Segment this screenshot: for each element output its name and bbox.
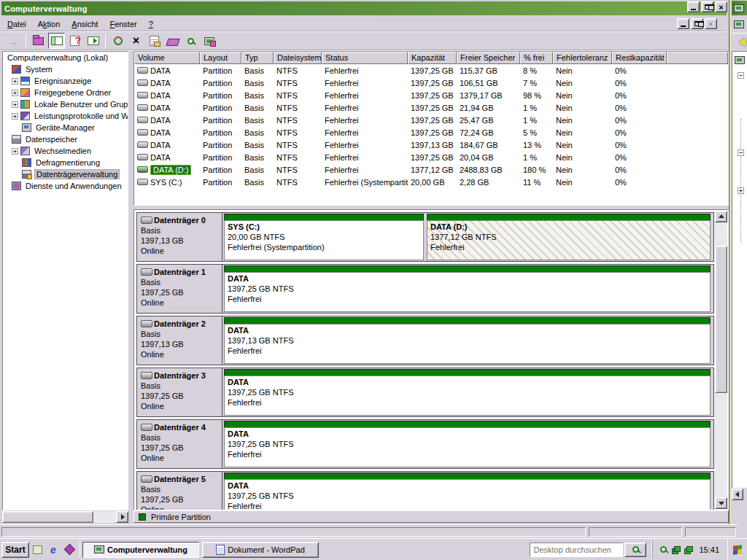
internet-explorer-icon[interactable]: e	[47, 544, 60, 556]
background-console-window[interactable]: − − +	[730, 0, 747, 524]
volume-row[interactable]: DATAPartitionBasisNTFSFehlerfrei1397,25 …	[134, 151, 728, 163]
network-icon[interactable]	[682, 544, 694, 555]
disk-management-tool-icon[interactable]	[201, 33, 217, 49]
tree-item-dienste[interactable]: Dienste und Anwendungen	[3, 180, 128, 192]
action-pane-icon[interactable]	[85, 33, 101, 49]
expand-plus-icon[interactable]: +	[12, 78, 18, 85]
partition-data[interactable]: DATA1397,13 GB NTFSFehlerfrei	[224, 317, 711, 364]
network-disconnected-icon[interactable]: ×	[670, 544, 682, 555]
tree-item-leistungsprotokolle[interactable]: +Leistungsprotokolle und War	[3, 110, 128, 122]
menu-hilfe[interactable]: ?	[143, 18, 159, 31]
menu-datei[interactable]: Datei	[1, 18, 32, 31]
scroll-right-icon[interactable]	[116, 511, 128, 523]
open-icon[interactable]	[164, 33, 181, 49]
tree-item-system[interactable]: System	[3, 63, 128, 75]
search-button[interactable]	[624, 542, 646, 557]
expand-plus-icon[interactable]: +	[12, 101, 18, 108]
column-dateisystem[interactable]: Dateisystem	[274, 52, 322, 64]
help-icon[interactable]	[66, 33, 83, 49]
partition-data[interactable]: DATA1397,25 GB NTFSFehlerfrei	[224, 265, 711, 312]
restore-button[interactable]	[701, 1, 713, 12]
child-close-button[interactable]: ×	[705, 18, 717, 29]
msn-icon[interactable]	[63, 544, 76, 556]
back-icon[interactable]	[735, 38, 746, 47]
tree-item-wechselmedien[interactable]: +Wechselmedien	[3, 145, 128, 157]
refresh-icon[interactable]	[109, 33, 126, 49]
disk-3-info[interactable]: Datenträger 3 Basis1397,25 GBOnline	[137, 368, 222, 416]
scroll-left-icon[interactable]	[732, 489, 743, 500]
scrollbar-thumb[interactable]	[2, 511, 93, 523]
column-layout[interactable]: Layout	[200, 52, 241, 64]
tree-item-ereignisanzeige[interactable]: +Ereignisanzeige	[3, 75, 128, 87]
background-console-tree[interactable]: − − +	[732, 51, 747, 488]
title-bar[interactable]: Computerverwaltung	[1, 1, 727, 15]
tree-item-freigegebene-ordner[interactable]: +Freigegebene Ordner	[3, 87, 128, 98]
taskbar-button-wordpad[interactable]: Dokument - WordPad	[202, 542, 319, 558]
menu-ansicht[interactable]: Ansicht	[66, 18, 104, 31]
search-input[interactable]	[530, 542, 623, 557]
expand-plus-icon[interactable]: +	[12, 113, 18, 120]
tree-horizontal-scrollbar[interactable]	[2, 511, 128, 523]
expand-plus-icon[interactable]: +	[738, 187, 744, 194]
expand-minus-icon[interactable]: −	[738, 149, 744, 156]
tree-item-root[interactable]: Computerverwaltung (Lokal)	[3, 52, 128, 63]
tree-item-defragmentierung[interactable]: Defragmentierung	[3, 157, 128, 168]
show-desktop-icon[interactable]	[31, 544, 44, 556]
secondary-taskbar-fragment[interactable]	[727, 539, 747, 560]
tree-item-datenspeicher[interactable]: Datenspeicher	[3, 133, 128, 145]
scroll-up-icon[interactable]	[715, 211, 727, 222]
disk-4-info[interactable]: Datenträger 4 Basis1397,25 GBOnline	[137, 420, 222, 468]
expand-minus-icon[interactable]: −	[738, 72, 744, 79]
minimize-button[interactable]	[687, 1, 700, 12]
volume-row-selected[interactable]: DATA (D:)PartitionBasisNTFSFehlerfrei137…	[134, 163, 728, 176]
console-window-icon[interactable]	[30, 33, 47, 49]
partition-sys-c[interactable]: SYS (C:)20,00 GB NTFSFehlerfrei (Systemp…	[224, 214, 424, 260]
background-title-bar[interactable]	[732, 1, 747, 15]
scrollbar-thumb[interactable]	[715, 246, 727, 393]
column-typ[interactable]: Typ	[241, 52, 274, 64]
partition-data[interactable]: DATA1397,25 GB NTFSFehlerfrei	[224, 472, 711, 510]
column-fehlertoleranz[interactable]: Fehlertoleranz	[553, 52, 612, 64]
column-freier-speicher[interactable]: Freier Speicher	[457, 52, 520, 64]
volume-row[interactable]: DATAPartitionBasisNTFSFehlerfrei1397,25 …	[134, 77, 728, 89]
volume-row[interactable]: SYS (C:)PartitionBasisNTFSFehlerfrei (Sy…	[134, 176, 728, 188]
child-minimize-button[interactable]	[677, 18, 689, 29]
disk-0-info[interactable]: Datenträger 0 Basis 1397,13 GB Online	[137, 213, 222, 261]
column-volume[interactable]: Volume	[134, 52, 200, 64]
menu-fenster[interactable]: Fenster	[104, 18, 142, 31]
magnifier-tray-icon[interactable]	[657, 544, 670, 555]
partition-data[interactable]: DATA1397,25 GB NTFSFehlerfrei	[224, 421, 711, 467]
taskbar-button-computerverwaltung[interactable]: Computerverwaltung	[82, 542, 199, 558]
volume-row[interactable]: DATAPartitionBasisNTFSFehlerfrei1397,25 …	[134, 114, 728, 126]
volume-row[interactable]: DATAPartitionBasisNTFSFehlerfrei1397,25 …	[134, 101, 728, 114]
volume-row[interactable]: DATAPartitionBasisNTFSFehlerfrei1397,13 …	[134, 139, 728, 151]
disk-view-scrollbar[interactable]	[715, 211, 727, 509]
show-console-tree-icon[interactable]	[48, 33, 65, 49]
partition-data-d-selected[interactable]: DATA (D:)1377,12 GB NTFSFehlerfrei	[427, 214, 711, 260]
volume-row[interactable]: DATAPartitionBasisNTFSFehlerfrei1397,25 …	[134, 126, 728, 139]
volume-row[interactable]: DATAPartitionBasisNTFSFehlerfrei1397,25 …	[134, 64, 728, 77]
forward-icon[interactable]: →	[5, 33, 22, 49]
tree-item-lokale-benutzer[interactable]: +Lokale Benutzer und Gruppe	[3, 98, 128, 110]
column-kapazitaet[interactable]: Kapazität	[408, 52, 457, 64]
scroll-down-icon[interactable]	[715, 497, 727, 509]
disk-2-info[interactable]: Datenträger 2 Basis1397,13 GBOnline	[137, 316, 222, 365]
view-details-icon[interactable]	[182, 33, 199, 49]
disk-1-info[interactable]: Datenträger 1 Basis1397,25 GBOnline	[137, 265, 222, 313]
delete-icon[interactable]: ×	[128, 33, 144, 49]
tree-item-geraete-manager[interactable]: Geräte-Manager	[3, 122, 128, 133]
column-restkapazitaet[interactable]: Restkapazität	[612, 52, 667, 64]
expand-plus-icon[interactable]: +	[12, 90, 18, 96]
properties-icon[interactable]	[146, 33, 163, 49]
disk-5-info[interactable]: Datenträger 5 Basis1397,25 GBOnline	[137, 472, 222, 510]
start-button[interactable]: Start	[1, 542, 29, 558]
column-status[interactable]: Status	[322, 52, 408, 64]
pane-splitter[interactable]	[128, 51, 133, 522]
volume-row[interactable]: DATAPartitionBasisNTFSFehlerfrei1397,25 …	[134, 89, 728, 101]
column-prozent-frei[interactable]: % frei	[520, 52, 553, 64]
child-restore-button[interactable]	[691, 18, 703, 29]
partition-data[interactable]: DATA1397,25 GB NTFSFehlerfrei	[224, 369, 711, 416]
clock[interactable]: 15:41	[699, 545, 719, 554]
close-button[interactable]: ×	[715, 1, 727, 12]
menu-aktion[interactable]: Aktion	[32, 18, 66, 31]
